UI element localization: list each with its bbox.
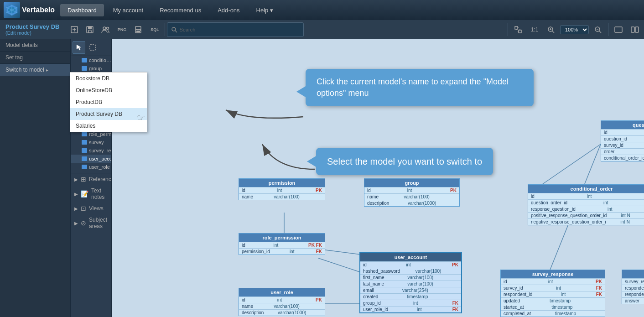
db-table-row: first_name varchar(100) — [360, 274, 461, 281]
svg-line-18 — [175, 31, 177, 32]
nav-recommend[interactable]: Recommend us — [152, 4, 208, 16]
sidebar-table-group[interactable]: group — [71, 64, 111, 73]
table-icon — [82, 66, 87, 71]
nav-addons[interactable]: Add-ons — [210, 4, 247, 16]
nav-dashboard[interactable]: Dashboard — [60, 4, 104, 16]
switch-to-model-item[interactable]: Switch to model ▸ — [0, 64, 70, 76]
logo[interactable]: Vertabelo — [4, 2, 55, 18]
zoom-reset-button[interactable]: 1:1 — [527, 22, 542, 37]
db-table-response-header: response — [622, 270, 644, 278]
db-table-row: id int PK — [601, 129, 644, 135]
db-table-question-order[interactable]: question_order id int PK question_id int… — [601, 120, 644, 161]
svg-rect-34 — [635, 27, 639, 32]
db-table-row: question_id int FK — [601, 135, 644, 142]
expand-icon: ▶ — [74, 206, 78, 211]
table-icon — [82, 132, 87, 136]
tooltip-select-model: Select the model you want to switch to — [316, 148, 493, 175]
png-export-button[interactable]: PNG — [114, 22, 130, 37]
tooltip1-arrow-left — [296, 86, 306, 97]
db-table-survey-response[interactable]: survey_response id int PK survey_id int … — [500, 270, 605, 317]
db-table-user-role[interactable]: user_role id int PK name varchar(100) de… — [239, 288, 325, 316]
svg-rect-32 — [615, 27, 622, 32]
db-table-row: name varchar(100) — [239, 303, 325, 309]
table-icon — [82, 58, 87, 62]
new-model-button[interactable] — [67, 22, 82, 37]
project-mode: (Edit mode) — [4, 30, 61, 36]
db-table-row: completed_at timestamp — [501, 310, 605, 317]
sidebar-text-notes[interactable]: ▶ 📝 Text notes — [71, 185, 111, 203]
expand-icon: ▶ — [74, 177, 78, 182]
main-toolbar: Product Survey DB (Edit mode) PNG SQL Se… — [0, 20, 644, 39]
table-icon — [82, 165, 87, 169]
db-table-row: id int PK — [528, 193, 644, 199]
toolbar-separator-2 — [165, 23, 165, 36]
zoom-select[interactable]: 100% 75% 50% 125% — [560, 25, 589, 34]
model-details-item[interactable]: Model details — [0, 39, 70, 52]
db-table-row: email varchar(254) — [360, 287, 461, 293]
db-table-user-role-header: user_role — [239, 288, 325, 296]
svg-rect-9 — [88, 26, 92, 29]
svg-rect-19 — [515, 26, 518, 29]
fit-button[interactable] — [511, 22, 525, 37]
db-table-row: positive_response_question_order_id int … — [528, 212, 644, 218]
set-tag-item[interactable]: Set tag — [0, 52, 70, 64]
svg-rect-33 — [631, 27, 634, 32]
model-option-bookstore[interactable]: Bookstore DB — [70, 73, 147, 84]
notes-icon: 📝 — [81, 190, 88, 197]
db-table-row: name varchar(100) — [239, 193, 325, 200]
model-option-productsurvey[interactable]: Product Survey DB — [70, 108, 147, 120]
db-table-conditional-order[interactable]: conditional_order id int PK question_ord… — [528, 184, 644, 225]
db-table-row: survey_id int FK — [601, 142, 644, 148]
db-table-row: description varchar(1000) — [239, 309, 325, 316]
zoom-in-button[interactable] — [544, 22, 558, 37]
toolbar-right: 1:1 100% 75% 50% 125% — [507, 22, 642, 37]
db-table-permission[interactable]: permission id int PK name varchar(100) — [239, 178, 325, 200]
sql-button[interactable]: SQL — [146, 22, 163, 37]
sidebar-area-tool[interactable] — [86, 41, 99, 54]
users-button[interactable] — [98, 22, 113, 37]
db-table-user-account[interactable]: user_account id int PK hashed_password v… — [359, 252, 462, 313]
save-button[interactable] — [83, 22, 97, 37]
sidebar-select-tool[interactable] — [73, 41, 85, 54]
logo-text: Vertabelo — [22, 6, 55, 14]
sidebar-table-condition[interactable]: conditio… — [71, 56, 111, 64]
db-table-row: respondent_id int FK — [501, 291, 605, 297]
sidebar-table-user-account[interactable]: user_account ✎ — [71, 155, 111, 163]
sidebar-references[interactable]: ▶ ⊞ References — [71, 173, 111, 185]
svg-rect-15 — [136, 31, 140, 32]
zoom-out-button[interactable] — [591, 22, 605, 37]
nav-help[interactable]: Help ▾ — [249, 4, 280, 16]
db-table-row: name varchar(100) — [364, 193, 459, 200]
single-view-button[interactable] — [611, 22, 626, 37]
db-table-role-permission[interactable]: role_permission id int PK FK permission_… — [239, 233, 325, 255]
model-option-productdb[interactable]: ProductDB — [70, 96, 147, 108]
diagram-canvas[interactable]: permission id int PK name varchar(100) g… — [112, 39, 644, 317]
svg-line-31 — [599, 31, 601, 33]
svg-line-39 — [318, 258, 359, 272]
nav-my-account[interactable]: My account — [106, 4, 151, 16]
db-table-row: id int PK — [364, 187, 459, 193]
db-table-row: negative_response_question_order_i int N… — [528, 218, 644, 225]
sidebar-table-survey-response[interactable]: survey_re… — [71, 146, 111, 155]
db-table-row: response_question_id int FK — [528, 206, 644, 212]
sidebar-table-user-role[interactable]: user_role — [71, 163, 111, 171]
expand-icon: ▶ — [74, 221, 78, 226]
svg-point-17 — [172, 27, 176, 31]
views-icon: ⊡ — [81, 205, 86, 212]
db-table-response[interactable]: response survey_response_id int PK FK re… — [622, 270, 644, 304]
db-table-row: group_id int FK — [360, 300, 461, 306]
db-table-role-permission-header: role_permission — [239, 234, 325, 242]
split-view-button[interactable] — [628, 22, 642, 37]
sidebar-table-survey[interactable]: survey — [71, 138, 111, 146]
model-option-onlinestore[interactable]: OnlineStoreDB — [70, 84, 147, 96]
sidebar-views[interactable]: ▶ ⊡ Views — [71, 203, 111, 214]
db-table-conditional-order-header: conditional_order — [528, 185, 644, 193]
print-button[interactable] — [131, 22, 145, 37]
db-table-group[interactable]: group id int PK name varchar(100) descri… — [364, 178, 460, 207]
search-button[interactable]: Search — [167, 22, 304, 37]
svg-point-16 — [140, 30, 141, 31]
model-option-salaries[interactable]: Salaries — [70, 120, 147, 132]
db-table-row: permission_id int FK — [239, 248, 325, 255]
sidebar-subject-areas[interactable]: ▶ ⊘ Subject areas — [71, 214, 111, 232]
top-navigation: Vertabelo Dashboard My account Recommend… — [0, 0, 644, 20]
